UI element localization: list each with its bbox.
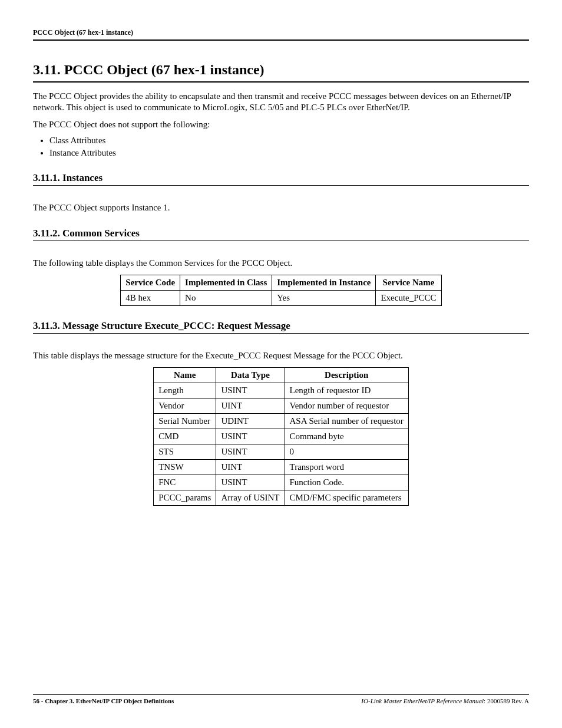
subsection-heading-instances: 3.11.1. Instances [33, 172, 529, 184]
table-row: Length USINT Length of requestor ID [154, 383, 409, 398]
not-support-list: Class Attributes Instance Attributes [33, 136, 529, 158]
table-row: FNC USINT Function Code. [154, 475, 409, 490]
col-header: Data Type [216, 367, 285, 383]
message-structure-text: This table displays the message structur… [33, 350, 529, 361]
table-cell: UINT [216, 398, 285, 413]
footer-rev: : 2000589 Rev. A [484, 697, 529, 704]
col-header: Implemented in Class [180, 275, 272, 290]
table-cell: Transport word [285, 459, 408, 475]
instances-text: The PCCC Object supports Instance 1. [33, 202, 529, 213]
running-header: PCCC Object (67 hex-1 instance) [33, 28, 529, 41]
footer-page-number: 56 [33, 697, 39, 704]
table-cell: PCCC_params [154, 490, 216, 505]
table-row: PCCC_params Array of USINT CMD/FMC speci… [154, 490, 409, 505]
col-header: Description [285, 367, 408, 383]
title-rule [33, 81, 529, 83]
common-services-table: Service Code Implemented in Class Implem… [120, 275, 441, 306]
col-header: Service Name [376, 275, 441, 290]
table-cell: UDINT [216, 413, 285, 429]
table-cell: Length [154, 383, 216, 398]
table-cell: USINT [216, 383, 285, 398]
table-cell: Length of requestor ID [285, 383, 408, 398]
section-title: 3.11. PCCC Object (67 hex-1 instance) [33, 62, 529, 78]
footer-left: 56 - Chapter 3. EtherNet/IP CIP Object D… [33, 697, 174, 704]
table-cell: Array of USINT [216, 490, 285, 505]
table-cell: 4B hex [121, 290, 180, 305]
table-cell: CMD/FMC specific parameters [285, 490, 408, 505]
footer-right: IO-Link Master EtherNet/IP Reference Man… [361, 697, 529, 704]
table-cell: Command byte [285, 429, 408, 444]
subsection-heading-message-structure: 3.11.3. Message Structure Execute_PCCC: … [33, 320, 529, 332]
subsection-rule [33, 185, 529, 186]
col-header: Name [154, 367, 216, 383]
table-cell: TNSW [154, 459, 216, 475]
table-cell: No [180, 290, 272, 305]
table-cell: FNC [154, 475, 216, 490]
table-cell: UINT [216, 459, 285, 475]
subsection-rule [33, 333, 529, 334]
table-cell: Vendor number of requestor [285, 398, 408, 413]
table-cell: Serial Number [154, 413, 216, 429]
table-row: 4B hex No Yes Execute_PCCC [121, 290, 441, 305]
table-header-row: Name Data Type Description [154, 367, 409, 383]
table-cell: CMD [154, 429, 216, 444]
page-footer: 56 - Chapter 3. EtherNet/IP CIP Object D… [33, 694, 529, 704]
common-services-text: The following table displays the Common … [33, 258, 529, 269]
table-cell: ASA Serial number of requestor [285, 413, 408, 429]
intro-paragraph-1: The PCCC Object provides the ability to … [33, 91, 529, 113]
footer-chapter: - Chapter 3. EtherNet/IP CIP Object Defi… [39, 697, 174, 704]
table-cell: USINT [216, 475, 285, 490]
table-cell: Execute_PCCC [376, 290, 441, 305]
table-row: TNSW UINT Transport word [154, 459, 409, 475]
table-cell: Vendor [154, 398, 216, 413]
table-row: STS USINT 0 [154, 444, 409, 459]
request-message-table: Name Data Type Description Length USINT … [153, 367, 409, 506]
intro-paragraph-2: The PCCC Object does not support the fol… [33, 119, 529, 130]
table-cell: Function Code. [285, 475, 408, 490]
table-cell: USINT [216, 429, 285, 444]
col-header: Implemented in Instance [272, 275, 376, 290]
table-header-row: Service Code Implemented in Class Implem… [121, 275, 441, 290]
table-row: Vendor UINT Vendor number of requestor [154, 398, 409, 413]
list-item: Class Attributes [49, 136, 529, 146]
table-cell: STS [154, 444, 216, 459]
subsection-heading-common-services: 3.11.2. Common Services [33, 228, 529, 239]
col-header: Service Code [121, 275, 180, 290]
table-cell: 0 [285, 444, 408, 459]
table-cell: USINT [216, 444, 285, 459]
list-item: Instance Attributes [49, 148, 529, 158]
table-cell: Yes [272, 290, 376, 305]
subsection-rule [33, 241, 529, 241]
table-row: Serial Number UDINT ASA Serial number of… [154, 413, 409, 429]
table-row: CMD USINT Command byte [154, 429, 409, 444]
footer-manual-title: IO-Link Master EtherNet/IP Reference Man… [361, 697, 484, 704]
